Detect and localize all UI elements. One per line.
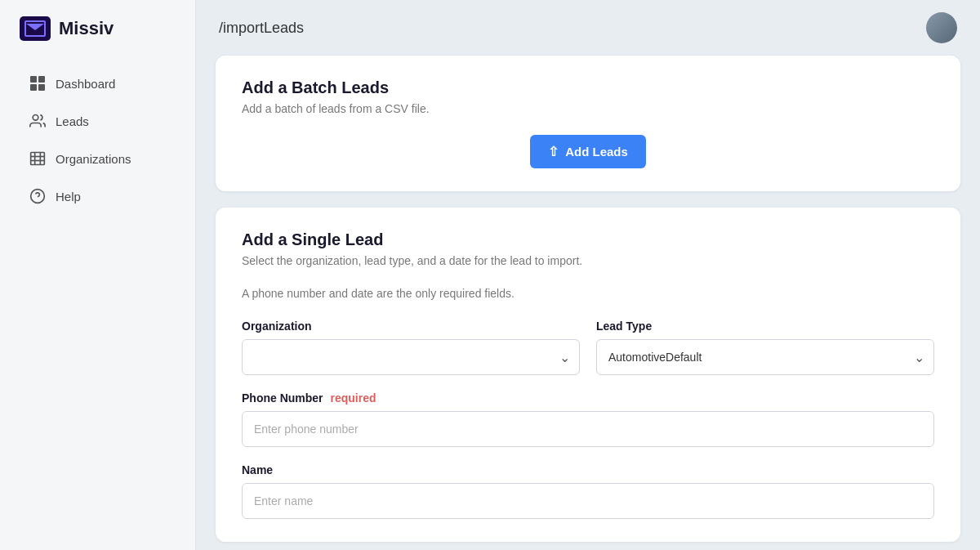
single-lead-desc-1: Select the organization, lead type, and … [242, 254, 934, 267]
cards-container: Add a Batch Leads Add a batch of leads f… [196, 56, 980, 550]
name-label: Name [242, 463, 934, 476]
add-leads-label: Add Leads [565, 145, 628, 159]
single-lead-desc-2: A phone number and date are the only req… [242, 287, 934, 300]
svg-point-0 [33, 115, 38, 121]
sidebar-item-label: Leads [56, 114, 89, 128]
lead-type-label: Lead Type [596, 320, 934, 333]
users-icon [29, 113, 46, 129]
name-group: Name [242, 463, 934, 519]
logo-icon [20, 16, 51, 41]
sidebar-item-leads[interactable]: Leads [10, 103, 185, 139]
lead-type-select[interactable]: AutomotiveDefault [596, 339, 934, 375]
org-leadtype-row: Organization ⌄ Lead Type AutomotiveDefau… [242, 320, 934, 375]
app-logo[interactable]: Missiv [0, 0, 195, 57]
grid-icon [29, 75, 46, 92]
sidebar: Missiv Dashboard Leads [0, 0, 196, 550]
phone-input[interactable] [242, 411, 934, 447]
help-icon [29, 188, 46, 204]
organization-select[interactable] [242, 339, 580, 375]
name-input[interactable] [242, 483, 934, 519]
single-lead-title: Add a Single Lead [242, 230, 934, 249]
organization-label: Organization [242, 320, 580, 333]
organization-group: Organization ⌄ [242, 320, 580, 375]
avatar-image [926, 12, 957, 43]
phone-label: Phone Number required [242, 391, 934, 405]
sidebar-item-help[interactable]: Help [10, 178, 185, 214]
building-icon [29, 150, 46, 167]
sidebar-item-label: Help [56, 190, 81, 203]
phone-group: Phone Number required [242, 391, 934, 447]
lead-type-select-wrapper: AutomotiveDefault ⌄ [596, 339, 934, 375]
sidebar-item-dashboard[interactable]: Dashboard [10, 65, 185, 101]
batch-card-subtitle: Add a batch of leads from a CSV file. [242, 102, 934, 115]
batch-card-title: Add a Batch Leads [242, 78, 934, 97]
upload-icon: ⇧ [548, 144, 559, 159]
phone-required-badge: required [330, 391, 376, 405]
lead-type-group: Lead Type AutomotiveDefault ⌄ [596, 320, 934, 375]
page-route: /importLeads [219, 20, 304, 37]
page-header: /importLeads [196, 0, 980, 56]
main-content: /importLeads Add a Batch Leads Add a bat… [196, 0, 980, 550]
add-leads-button[interactable]: ⇧ Add Leads [530, 135, 646, 168]
sidebar-item-organizations[interactable]: Organizations [10, 141, 185, 177]
svg-rect-1 [31, 153, 45, 165]
user-avatar[interactable] [926, 12, 957, 43]
sidebar-item-label: Dashboard [56, 77, 115, 91]
single-lead-card: Add a Single Lead Select the organizatio… [216, 208, 960, 542]
app-name: Missiv [59, 18, 114, 39]
sidebar-nav: Dashboard Leads [0, 64, 195, 216]
sidebar-item-label: Organizations [56, 152, 131, 166]
batch-leads-card: Add a Batch Leads Add a batch of leads f… [216, 56, 960, 191]
organization-select-wrapper: ⌄ [242, 339, 580, 375]
